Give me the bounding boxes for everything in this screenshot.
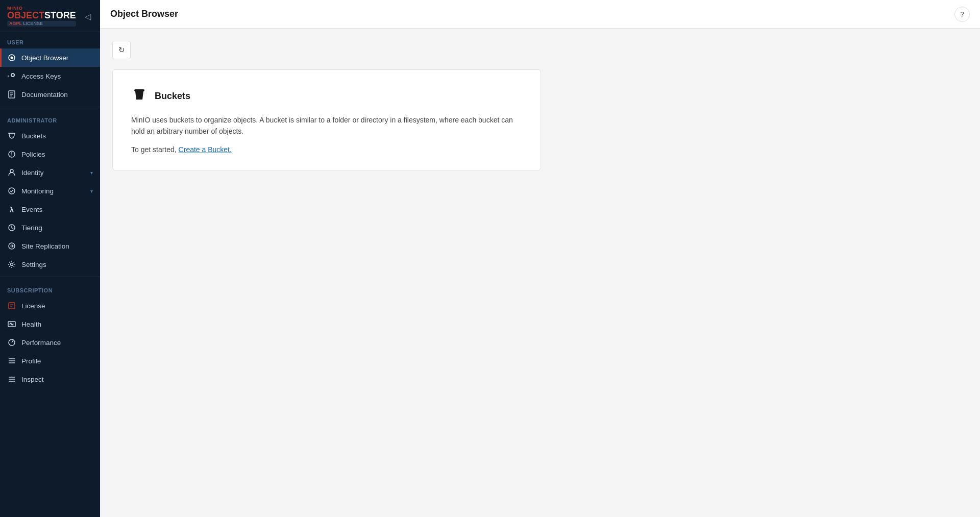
sidebar-item-identity[interactable]: Identity ▾: [0, 163, 100, 182]
refresh-button[interactable]: ↻: [112, 41, 131, 59]
collapse-button[interactable]: ◁: [83, 10, 93, 23]
health-icon: [7, 319, 16, 329]
toolbar: ↻: [112, 41, 968, 59]
events-icon: λ: [7, 205, 16, 214]
main-area: Object Browser ? ↻ Buckets MinIO uses bu…: [100, 0, 980, 517]
identity-chevron: ▾: [90, 170, 93, 176]
admin-section-label: Administrator: [0, 110, 100, 127]
sidebar-item-health[interactable]: Health: [0, 315, 100, 333]
divider-admin-subscription: [0, 277, 100, 277]
sidebar-item-documentation[interactable]: Documentation: [0, 85, 100, 104]
object-browser-icon: [7, 53, 16, 62]
page-title: Object Browser: [110, 9, 178, 19]
license-label: License: [21, 302, 45, 310]
buckets-icon: [7, 131, 16, 140]
license-icon: [7, 301, 16, 310]
svg-rect-14: [9, 303, 15, 309]
settings-icon: [7, 260, 16, 269]
health-label: Health: [21, 321, 41, 328]
documentation-icon: [7, 90, 16, 99]
profile-label: Profile: [21, 357, 41, 365]
sidebar-item-inspect[interactable]: Inspect: [0, 370, 100, 388]
sidebar-item-tiering[interactable]: Tiering: [0, 218, 100, 237]
sidebar-item-events[interactable]: λ Events: [0, 200, 100, 218]
sidebar-item-performance[interactable]: Performance: [0, 333, 100, 352]
svg-rect-25: [134, 89, 144, 91]
sidebar-item-settings[interactable]: Settings: [0, 255, 100, 274]
policies-label: Policies: [21, 151, 45, 158]
performance-icon: [7, 338, 16, 347]
object-browser-label: Object Browser: [21, 54, 68, 62]
bucket-card-cta: To get started, Create a Bucket.: [131, 145, 522, 154]
create-bucket-link[interactable]: Create a Bucket.: [179, 145, 232, 154]
svg-text:!: !: [11, 152, 13, 157]
bucket-card-cta-text: To get started,: [131, 145, 179, 154]
sidebar-item-site-replication[interactable]: Site Replication: [0, 237, 100, 255]
help-button[interactable]: ?: [954, 7, 970, 22]
logo-store: STORE: [44, 11, 76, 20]
settings-label: Settings: [21, 261, 46, 268]
policies-icon: !: [7, 150, 16, 159]
sidebar-item-buckets[interactable]: Buckets: [0, 127, 100, 145]
monitoring-label: Monitoring: [21, 187, 54, 195]
sidebar: MINIO OBJECT STORE AGPL LICENSE ◁ User O…: [0, 0, 100, 517]
access-keys-icon: [7, 71, 16, 81]
svg-point-1: [11, 57, 13, 59]
bucket-card-icon: [131, 86, 148, 106]
sidebar-item-object-browser[interactable]: Object Browser: [0, 48, 100, 67]
logo-object: OBJECT: [7, 11, 44, 20]
user-section-label: User: [0, 32, 100, 48]
svg-point-9: [10, 169, 13, 173]
bucket-card-title: Buckets: [155, 91, 190, 102]
site-replication-label: Site Replication: [21, 242, 69, 250]
sidebar-item-access-keys[interactable]: Access Keys: [0, 67, 100, 85]
sidebar-item-policies[interactable]: ! Policies: [0, 145, 100, 163]
sidebar-logo: MINIO OBJECT STORE AGPL LICENSE ◁: [0, 0, 100, 32]
monitoring-icon: [7, 186, 16, 195]
bucket-card-description: MinIO uses buckets to organize objects. …: [131, 114, 522, 137]
svg-point-13: [11, 263, 13, 266]
sidebar-item-monitoring[interactable]: Monitoring ▾: [0, 182, 100, 200]
subscription-section-label: Subscription: [0, 280, 100, 297]
access-keys-label: Access Keys: [21, 72, 61, 80]
profile-icon: [7, 356, 16, 365]
sidebar-item-license[interactable]: License: [0, 297, 100, 315]
monitoring-chevron: ▾: [90, 188, 93, 194]
documentation-label: Documentation: [21, 91, 68, 99]
divider-user-admin: [0, 107, 100, 107]
bucket-card: Buckets MinIO uses buckets to organize o…: [112, 69, 541, 170]
logo-text: MINIO OBJECT STORE AGPL LICENSE: [7, 6, 76, 27]
logo-license: AGPL LICENSE: [7, 21, 76, 27]
identity-label: Identity: [21, 169, 44, 177]
events-label: Events: [21, 206, 42, 213]
site-replication-icon: [7, 241, 16, 251]
buckets-label: Buckets: [21, 132, 46, 140]
identity-icon: [7, 168, 16, 177]
tiering-icon: [7, 223, 16, 232]
inspect-icon: [7, 375, 16, 384]
topbar: Object Browser ?: [100, 0, 980, 29]
bucket-card-header: Buckets: [131, 86, 522, 106]
main-content: ↻ Buckets MinIO uses buckets to organize…: [100, 29, 980, 517]
inspect-label: Inspect: [21, 376, 44, 383]
sidebar-item-profile[interactable]: Profile: [0, 352, 100, 370]
performance-label: Performance: [21, 339, 61, 347]
tiering-label: Tiering: [21, 224, 42, 232]
